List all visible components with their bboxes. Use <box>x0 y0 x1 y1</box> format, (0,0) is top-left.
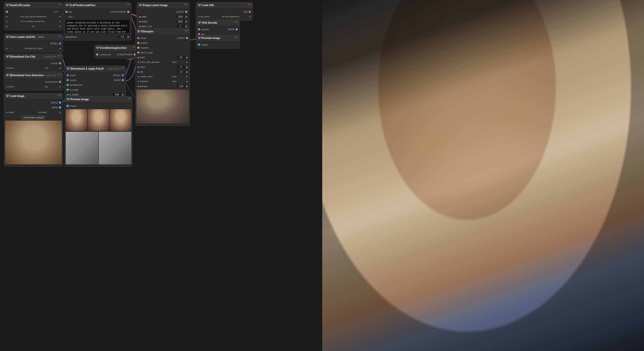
model-out-port2[interactable] <box>122 74 124 76</box>
ks-latent-in-port[interactable] <box>137 52 140 54</box>
vae-out-port[interactable] <box>249 11 251 13</box>
ks-latent-out-label: LATENT <box>177 37 185 40</box>
device-next-btn[interactable]: ▶ <box>60 67 61 69</box>
image-out-port[interactable] <box>59 102 61 104</box>
prompt-textarea[interactable]: woman standing outside a building on the… <box>66 20 129 33</box>
node-id: #31 <box>185 30 188 32</box>
img-next-btn[interactable]: ▶ <box>60 111 61 113</box>
clip2-next-btn[interactable]: ▶ <box>60 20 61 22</box>
node-time: 0.00s <box>96 46 101 48</box>
guidance-prev-btn[interactable]: ◀ <box>66 36 67 38</box>
width-prev-btn[interactable]: ◀ <box>139 16 140 18</box>
batch-next-btn[interactable]: ▶ <box>186 25 188 28</box>
facedetect-in-port[interactable] <box>66 84 69 86</box>
sched-prev-btn[interactable]: ◀ <box>137 80 139 82</box>
upload-button[interactable]: choose file to upload <box>21 116 46 120</box>
ks-positive-in-port[interactable] <box>137 42 140 44</box>
device-val: mps <box>34 67 59 69</box>
idweight-label: id_weight <box>69 94 112 96</box>
denoise-prev-btn[interactable]: ◀ <box>137 85 139 88</box>
node-time: 0.16s <box>198 3 203 6</box>
cfg-prev-btn[interactable]: ◀ <box>137 71 139 73</box>
width-next-btn[interactable]: ▶ <box>186 16 188 18</box>
clip1-prev-btn[interactable]: ◀ <box>6 16 8 18</box>
steps-prev-btn[interactable]: ◀ <box>137 66 139 68</box>
pi-images-in-port[interactable] <box>198 44 200 46</box>
pim-images-in-port[interactable] <box>66 105 69 107</box>
vd-samples-in-port[interactable] <box>198 28 200 30</box>
type-prev-btn[interactable]: ◀ <box>6 25 8 27</box>
fd-device-prev-btn[interactable]: ◀ <box>6 86 8 88</box>
ctrl-prev-btn[interactable]: ◀ <box>137 61 139 63</box>
latent-out-port[interactable] <box>185 11 188 13</box>
node-title: Preview Image <box>202 36 220 40</box>
image-out-port2[interactable] <box>122 79 124 81</box>
idweight-next-btn[interactable]: ▶ <box>122 94 124 96</box>
batch-prev-btn[interactable]: ◀ <box>139 25 140 28</box>
cfg-next-btn[interactable]: ▶ <box>186 71 188 73</box>
vae-next-btn[interactable]: ▶ <box>249 16 251 18</box>
facedetect-out-port[interactable] <box>59 81 61 83</box>
steps-label: steps <box>140 66 177 68</box>
height-next-btn[interactable]: ▶ <box>186 20 188 23</box>
clip2-label: ViT-L-14-BEST-smooth-Gm... <box>8 20 59 22</box>
vae-prev-btn[interactable]: ◀ <box>198 16 200 18</box>
guidance-next-btn[interactable]: ▶ <box>128 36 129 38</box>
height-prev-btn[interactable]: ◀ <box>139 20 140 23</box>
node-id: #37 <box>58 55 61 57</box>
node-time: 5.58s <box>6 3 11 6</box>
cond-in-port[interactable] <box>96 54 98 56</box>
seed-prev-btn[interactable]: ◀ <box>137 56 139 59</box>
ks-latent-out-port[interactable] <box>186 37 188 39</box>
seed-next-btn[interactable]: ▶ <box>186 56 188 59</box>
conditioning-out-port[interactable] <box>127 11 129 13</box>
fd-device-next-btn[interactable]: ▶ <box>60 86 61 88</box>
img-val: Face.jpeg <box>26 111 59 113</box>
denoise-value: 1.00 <box>177 85 186 88</box>
clip-port-label: clip <box>68 11 72 13</box>
node-title: DualCLIPLoader <box>10 4 30 7</box>
type-next-btn[interactable]: ▶ <box>60 25 61 27</box>
image-out-label2: IMAGE <box>114 79 121 82</box>
sampler-next-btn[interactable]: ▶ <box>186 76 188 78</box>
model-out-port[interactable] <box>59 42 61 45</box>
steps-next-btn[interactable]: ▶ <box>186 66 188 68</box>
unet-prev-btn[interactable]: ◀ <box>6 47 8 50</box>
model-in-port[interactable] <box>66 74 69 76</box>
node-id: #39 <box>58 94 61 96</box>
vd-image-out-port[interactable] <box>236 28 238 30</box>
clip1-next-btn[interactable]: ▶ <box>60 16 61 18</box>
unet-next-btn[interactable]: ▶ <box>60 47 61 50</box>
batch-label: batch_size <box>142 25 176 28</box>
evaclip-in-port[interactable] <box>66 79 69 81</box>
clip2-prev-btn[interactable]: ◀ <box>6 20 8 22</box>
guidance-label: guidance <box>68 36 118 38</box>
cond-in-label: conditioning <box>99 54 111 56</box>
img-prev-btn[interactable]: ◀ <box>6 111 8 113</box>
node-title: CLIPTextEncodeFlux <box>70 4 96 7</box>
sched-next-btn[interactable]: ▶ <box>186 80 188 82</box>
ctrl-next-btn[interactable]: ▶ <box>186 61 188 63</box>
denoise-next-btn[interactable]: ▶ <box>186 85 188 88</box>
sampler-prev-btn[interactable]: ◀ <box>137 76 139 78</box>
idweight-prev-btn[interactable]: ◀ <box>66 94 68 96</box>
evaclip-out-port[interactable] <box>59 62 61 64</box>
device-prev-btn[interactable]: ◀ <box>6 67 8 69</box>
cfg-label: cfg <box>140 71 177 73</box>
clip-out-port[interactable] <box>6 11 8 13</box>
idweight-value: 0.80 <box>112 93 121 96</box>
ksampler-node: 261.47s KSampler #31 model LATENT positi… <box>135 28 190 126</box>
node-id: #13 <box>234 21 238 23</box>
facedetect-out-label: facedetection <box>45 81 58 83</box>
node-id: #40 <box>127 98 130 100</box>
empty-latent-node: 0.00s Empty Latent Image #12 LATENT ◀ wi… <box>137 2 189 30</box>
mask-out-port[interactable] <box>59 106 61 108</box>
ks-negative-in-port[interactable] <box>137 46 140 49</box>
batch-value: 1 <box>176 25 185 28</box>
vae-name-val: ae-fp16.safetensors <box>213 16 248 18</box>
idimage-in-port[interactable] <box>66 89 69 91</box>
ks-model-in-port[interactable] <box>137 37 140 39</box>
node-title: Load Image <box>10 94 24 98</box>
width-value: 1024 <box>176 15 185 18</box>
clip-in-port[interactable] <box>66 11 68 13</box>
